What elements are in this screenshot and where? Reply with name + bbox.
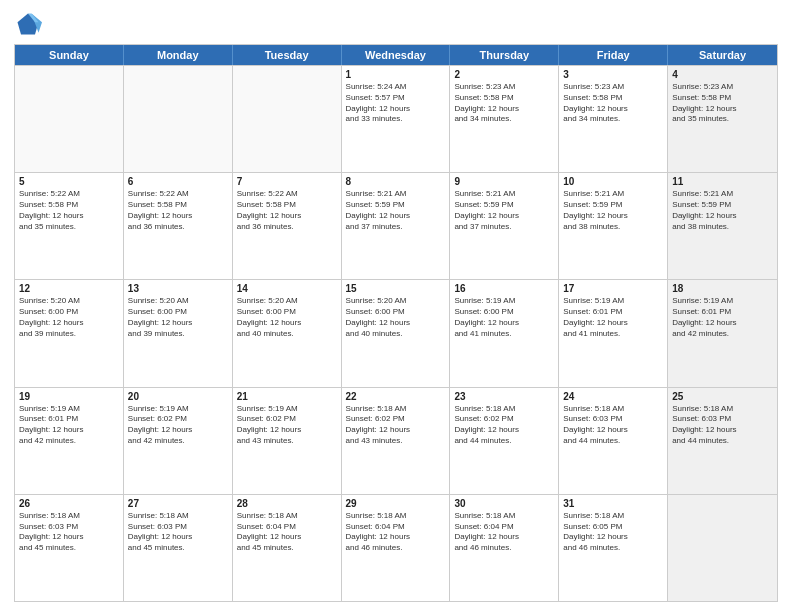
day-number: 11: [672, 176, 773, 187]
cell-info: Sunrise: 5:21 AM Sunset: 5:59 PM Dayligh…: [563, 189, 663, 232]
logo-icon: [14, 10, 42, 38]
cell-info: Sunrise: 5:19 AM Sunset: 6:00 PM Dayligh…: [454, 296, 554, 339]
cal-row-0: 1Sunrise: 5:24 AM Sunset: 5:57 PM Daylig…: [15, 65, 777, 172]
day-number: 31: [563, 498, 663, 509]
cell-info: Sunrise: 5:18 AM Sunset: 6:02 PM Dayligh…: [454, 404, 554, 447]
cal-cell-22: 22Sunrise: 5:18 AM Sunset: 6:02 PM Dayli…: [342, 388, 451, 494]
header-day-saturday: Saturday: [668, 45, 777, 65]
day-number: 17: [563, 283, 663, 294]
cell-info: Sunrise: 5:23 AM Sunset: 5:58 PM Dayligh…: [454, 82, 554, 125]
day-number: 4: [672, 69, 773, 80]
cell-info: Sunrise: 5:18 AM Sunset: 6:03 PM Dayligh…: [563, 404, 663, 447]
cal-cell-26: 26Sunrise: 5:18 AM Sunset: 6:03 PM Dayli…: [15, 495, 124, 601]
header-day-tuesday: Tuesday: [233, 45, 342, 65]
day-number: 6: [128, 176, 228, 187]
day-number: 14: [237, 283, 337, 294]
day-number: 21: [237, 391, 337, 402]
cal-cell-16: 16Sunrise: 5:19 AM Sunset: 6:00 PM Dayli…: [450, 280, 559, 386]
cell-info: Sunrise: 5:19 AM Sunset: 6:01 PM Dayligh…: [672, 296, 773, 339]
cal-cell-2: 2Sunrise: 5:23 AM Sunset: 5:58 PM Daylig…: [450, 66, 559, 172]
day-number: 8: [346, 176, 446, 187]
cal-cell-5: 5Sunrise: 5:22 AM Sunset: 5:58 PM Daylig…: [15, 173, 124, 279]
cal-row-3: 19Sunrise: 5:19 AM Sunset: 6:01 PM Dayli…: [15, 387, 777, 494]
cal-cell-30: 30Sunrise: 5:18 AM Sunset: 6:04 PM Dayli…: [450, 495, 559, 601]
day-number: 3: [563, 69, 663, 80]
cal-row-2: 12Sunrise: 5:20 AM Sunset: 6:00 PM Dayli…: [15, 279, 777, 386]
day-number: 12: [19, 283, 119, 294]
cal-cell-4: 4Sunrise: 5:23 AM Sunset: 5:58 PM Daylig…: [668, 66, 777, 172]
cal-cell-21: 21Sunrise: 5:19 AM Sunset: 6:02 PM Dayli…: [233, 388, 342, 494]
cal-cell-24: 24Sunrise: 5:18 AM Sunset: 6:03 PM Dayli…: [559, 388, 668, 494]
day-number: 10: [563, 176, 663, 187]
day-number: 27: [128, 498, 228, 509]
cell-info: Sunrise: 5:20 AM Sunset: 6:00 PM Dayligh…: [346, 296, 446, 339]
cal-cell-6: 6Sunrise: 5:22 AM Sunset: 5:58 PM Daylig…: [124, 173, 233, 279]
cell-info: Sunrise: 5:20 AM Sunset: 6:00 PM Dayligh…: [128, 296, 228, 339]
cell-info: Sunrise: 5:18 AM Sunset: 6:05 PM Dayligh…: [563, 511, 663, 554]
cal-cell-14: 14Sunrise: 5:20 AM Sunset: 6:00 PM Dayli…: [233, 280, 342, 386]
header-day-thursday: Thursday: [450, 45, 559, 65]
cell-info: Sunrise: 5:19 AM Sunset: 6:01 PM Dayligh…: [19, 404, 119, 447]
cal-cell-9: 9Sunrise: 5:21 AM Sunset: 5:59 PM Daylig…: [450, 173, 559, 279]
cell-info: Sunrise: 5:20 AM Sunset: 6:00 PM Dayligh…: [237, 296, 337, 339]
cal-cell-28: 28Sunrise: 5:18 AM Sunset: 6:04 PM Dayli…: [233, 495, 342, 601]
day-number: 5: [19, 176, 119, 187]
cal-cell-empty: [668, 495, 777, 601]
cal-cell-25: 25Sunrise: 5:18 AM Sunset: 6:03 PM Dayli…: [668, 388, 777, 494]
cal-cell-17: 17Sunrise: 5:19 AM Sunset: 6:01 PM Dayli…: [559, 280, 668, 386]
header-day-friday: Friday: [559, 45, 668, 65]
cell-info: Sunrise: 5:23 AM Sunset: 5:58 PM Dayligh…: [672, 82, 773, 125]
calendar-body: 1Sunrise: 5:24 AM Sunset: 5:57 PM Daylig…: [15, 65, 777, 601]
cell-info: Sunrise: 5:18 AM Sunset: 6:02 PM Dayligh…: [346, 404, 446, 447]
cal-cell-1: 1Sunrise: 5:24 AM Sunset: 5:57 PM Daylig…: [342, 66, 451, 172]
cal-cell-15: 15Sunrise: 5:20 AM Sunset: 6:00 PM Dayli…: [342, 280, 451, 386]
header: [14, 10, 778, 38]
cal-cell-3: 3Sunrise: 5:23 AM Sunset: 5:58 PM Daylig…: [559, 66, 668, 172]
cell-info: Sunrise: 5:18 AM Sunset: 6:03 PM Dayligh…: [19, 511, 119, 554]
cal-cell-31: 31Sunrise: 5:18 AM Sunset: 6:05 PM Dayli…: [559, 495, 668, 601]
cell-info: Sunrise: 5:21 AM Sunset: 5:59 PM Dayligh…: [672, 189, 773, 232]
day-number: 22: [346, 391, 446, 402]
cell-info: Sunrise: 5:18 AM Sunset: 6:04 PM Dayligh…: [237, 511, 337, 554]
day-number: 30: [454, 498, 554, 509]
cell-info: Sunrise: 5:19 AM Sunset: 6:01 PM Dayligh…: [563, 296, 663, 339]
cell-info: Sunrise: 5:23 AM Sunset: 5:58 PM Dayligh…: [563, 82, 663, 125]
cell-info: Sunrise: 5:18 AM Sunset: 6:03 PM Dayligh…: [128, 511, 228, 554]
cal-cell-11: 11Sunrise: 5:21 AM Sunset: 5:59 PM Dayli…: [668, 173, 777, 279]
cal-cell-18: 18Sunrise: 5:19 AM Sunset: 6:01 PM Dayli…: [668, 280, 777, 386]
day-number: 7: [237, 176, 337, 187]
header-day-wednesday: Wednesday: [342, 45, 451, 65]
cal-cell-23: 23Sunrise: 5:18 AM Sunset: 6:02 PM Dayli…: [450, 388, 559, 494]
cal-cell-27: 27Sunrise: 5:18 AM Sunset: 6:03 PM Dayli…: [124, 495, 233, 601]
cal-cell-13: 13Sunrise: 5:20 AM Sunset: 6:00 PM Dayli…: [124, 280, 233, 386]
day-number: 25: [672, 391, 773, 402]
cal-cell-29: 29Sunrise: 5:18 AM Sunset: 6:04 PM Dayli…: [342, 495, 451, 601]
day-number: 19: [19, 391, 119, 402]
cell-info: Sunrise: 5:21 AM Sunset: 5:59 PM Dayligh…: [454, 189, 554, 232]
calendar-header: SundayMondayTuesdayWednesdayThursdayFrid…: [15, 45, 777, 65]
cal-cell-empty: [233, 66, 342, 172]
day-number: 18: [672, 283, 773, 294]
day-number: 15: [346, 283, 446, 294]
cal-cell-19: 19Sunrise: 5:19 AM Sunset: 6:01 PM Dayli…: [15, 388, 124, 494]
header-day-sunday: Sunday: [15, 45, 124, 65]
cell-info: Sunrise: 5:19 AM Sunset: 6:02 PM Dayligh…: [128, 404, 228, 447]
day-number: 16: [454, 283, 554, 294]
cell-info: Sunrise: 5:22 AM Sunset: 5:58 PM Dayligh…: [19, 189, 119, 232]
day-number: 24: [563, 391, 663, 402]
cell-info: Sunrise: 5:24 AM Sunset: 5:57 PM Dayligh…: [346, 82, 446, 125]
cell-info: Sunrise: 5:18 AM Sunset: 6:03 PM Dayligh…: [672, 404, 773, 447]
cell-info: Sunrise: 5:22 AM Sunset: 5:58 PM Dayligh…: [128, 189, 228, 232]
cal-cell-12: 12Sunrise: 5:20 AM Sunset: 6:00 PM Dayli…: [15, 280, 124, 386]
logo: [14, 10, 46, 38]
cell-info: Sunrise: 5:21 AM Sunset: 5:59 PM Dayligh…: [346, 189, 446, 232]
cal-row-4: 26Sunrise: 5:18 AM Sunset: 6:03 PM Dayli…: [15, 494, 777, 601]
day-number: 29: [346, 498, 446, 509]
day-number: 13: [128, 283, 228, 294]
cal-cell-7: 7Sunrise: 5:22 AM Sunset: 5:58 PM Daylig…: [233, 173, 342, 279]
day-number: 2: [454, 69, 554, 80]
day-number: 26: [19, 498, 119, 509]
cell-info: Sunrise: 5:18 AM Sunset: 6:04 PM Dayligh…: [454, 511, 554, 554]
cell-info: Sunrise: 5:22 AM Sunset: 5:58 PM Dayligh…: [237, 189, 337, 232]
cell-info: Sunrise: 5:18 AM Sunset: 6:04 PM Dayligh…: [346, 511, 446, 554]
